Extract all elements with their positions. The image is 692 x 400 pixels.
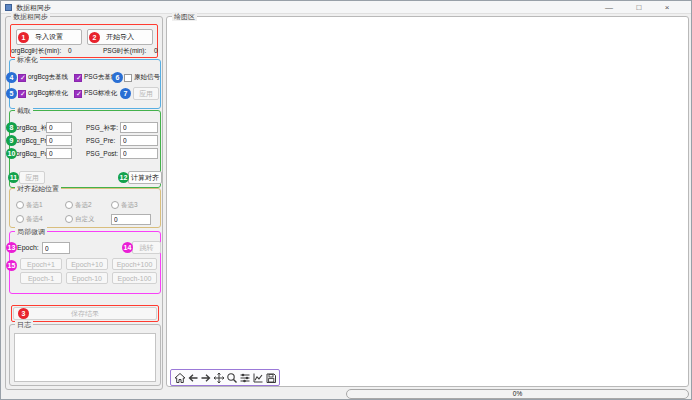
psg-detrend-checkbox[interactable] xyxy=(74,74,82,82)
normalization-title: 标准化 xyxy=(15,55,40,64)
step-badge-10: 10 xyxy=(6,148,17,159)
psg-standardize-label: PSG标准化 xyxy=(84,88,117,98)
save-figure-icon[interactable] xyxy=(265,372,277,384)
step-badge-11: 11 xyxy=(8,172,19,183)
epoch-plus-10-button[interactable]: Epoch+10 xyxy=(66,258,108,270)
option2-label: 备选2 xyxy=(75,200,92,210)
psg-standardize-checkbox[interactable] xyxy=(74,90,82,98)
step-badge-12: 12 xyxy=(118,172,129,183)
option4-label: 备选4 xyxy=(26,214,43,224)
align-start-title: 对齐起始位置 xyxy=(15,184,61,193)
subplots-config-icon[interactable] xyxy=(239,372,251,384)
epoch-minus-1-button[interactable]: Epoch-1 xyxy=(20,272,62,284)
normalization-group: 标准化 4 orgBcg去基线 PSG去基线 6 原始信号 5 orgBcg标准… xyxy=(9,59,161,109)
step-badge-2: 2 xyxy=(89,32,100,43)
orgbcg-duration-value: 0 xyxy=(68,46,72,56)
progress-bar: 0% xyxy=(346,389,689,399)
plot-toolbar xyxy=(170,369,280,386)
customize-plot-icon[interactable] xyxy=(252,372,264,384)
left-panel-group: 数据粗同步 导入设置 1 开始导入 2 orgBcg时长(min): 0 PSG… xyxy=(5,16,163,390)
step-badge-13: 13 xyxy=(6,242,17,253)
step-badge-14: 14 xyxy=(122,242,133,253)
orgbcg-detrend-label: orgBcg去基线 xyxy=(28,72,68,82)
option2-radio[interactable] xyxy=(65,201,73,209)
psg-pre-label: PSG_Pre: xyxy=(86,136,115,146)
step-badge-5: 5 xyxy=(6,88,17,99)
home-icon[interactable] xyxy=(174,372,186,384)
raw-signal-checkbox[interactable] xyxy=(124,74,132,82)
calc-align-button[interactable]: 计算对齐 xyxy=(128,171,162,184)
psg-pad-input[interactable] xyxy=(120,122,158,133)
option1-label: 备选1 xyxy=(26,200,43,210)
epoch-label: Epoch: xyxy=(17,243,39,253)
left-panel-title: 数据粗同步 xyxy=(11,12,50,21)
close-icon[interactable]: × xyxy=(655,1,679,14)
log-title: 日志 xyxy=(15,320,33,329)
title-bar: 数据粗同步 — □ × xyxy=(1,1,691,14)
save-box: 保存结果 3 xyxy=(11,305,159,322)
custom-radio[interactable] xyxy=(65,215,73,223)
zoom-icon[interactable] xyxy=(226,372,238,384)
step-badge-3: 3 xyxy=(18,308,29,319)
psg-post-input[interactable] xyxy=(120,148,158,159)
orgbcg-detrend-checkbox[interactable] xyxy=(18,74,26,82)
maximize-icon[interactable]: □ xyxy=(627,1,651,14)
orgbcg-pre-input[interactable] xyxy=(46,135,72,146)
orgbcg-standardize-label: orgBcg标准化 xyxy=(28,88,68,98)
plot-panel-title: 绘图区 xyxy=(172,12,197,21)
epoch-jump-button[interactable]: 跳转 xyxy=(132,241,161,254)
option1-radio[interactable] xyxy=(16,201,24,209)
orgbcg-post-input[interactable] xyxy=(46,148,72,159)
app-window: 数据粗同步 — □ × 数据粗同步 导入设置 1 开始导入 2 orgBcg时长… xyxy=(0,0,692,400)
normalization-apply-button[interactable]: 应用 xyxy=(133,87,159,100)
clip-title: 截取 xyxy=(15,106,33,115)
raw-signal-label: 原始信号 xyxy=(134,72,160,82)
psg-post-label: PSG_Post: xyxy=(86,149,118,159)
step-badge-9: 9 xyxy=(6,135,17,146)
app-icon xyxy=(5,4,12,11)
clip-apply-button[interactable]: 应用 xyxy=(19,171,45,184)
option3-radio[interactable] xyxy=(111,201,119,209)
plot-panel-group: 绘图区 xyxy=(166,16,689,387)
step-badge-7: 7 xyxy=(120,88,131,99)
psg-pre-input[interactable] xyxy=(120,135,158,146)
epoch-plus-100-button[interactable]: Epoch+100 xyxy=(112,258,157,270)
epoch-plus-1-button[interactable]: Epoch+1 xyxy=(20,258,62,270)
step-badge-1: 1 xyxy=(18,32,29,43)
align-start-group: 对齐起始位置 备选1 备选2 备选3 备选4 自定义 xyxy=(9,188,161,228)
option3-label: 备选3 xyxy=(121,200,138,210)
minimize-icon[interactable]: — xyxy=(597,1,621,14)
step-badge-8: 8 xyxy=(6,122,17,133)
custom-position-input[interactable] xyxy=(111,214,151,225)
plot-canvas[interactable] xyxy=(169,21,686,366)
pan-icon[interactable] xyxy=(213,372,225,384)
save-result-button[interactable]: 保存结果 xyxy=(13,307,157,320)
back-arrow-icon[interactable] xyxy=(187,372,199,384)
orgbcg-standardize-checkbox[interactable] xyxy=(18,90,26,98)
orgbcg-pad-input[interactable] xyxy=(46,122,72,133)
step-badge-6: 6 xyxy=(112,72,123,83)
log-group: 日志 xyxy=(9,324,161,386)
clip-group: 截取 8 orgBcg_补零: PSG_补零: 9 orgBcg_Pre: PS… xyxy=(9,110,161,188)
epoch-minus-100-button[interactable]: Epoch-100 xyxy=(112,272,157,284)
epoch-input[interactable] xyxy=(42,242,70,254)
option4-radio[interactable] xyxy=(16,215,24,223)
forward-arrow-icon[interactable] xyxy=(200,372,212,384)
epoch-minus-10-button[interactable]: Epoch-10 xyxy=(66,272,108,284)
psg-pad-label: PSG_补零: xyxy=(86,123,118,133)
step-badge-4: 4 xyxy=(6,72,17,83)
fine-tune-title: 局部微调 xyxy=(15,227,47,236)
psg-duration-label: PSG时长(min): xyxy=(103,46,146,56)
fine-tune-group: 局部微调 13 Epoch: 14 跳转 15 Epoch+1 Epoch+10… xyxy=(9,231,161,294)
log-textarea[interactable] xyxy=(14,333,156,382)
psg-duration-value: 0 xyxy=(154,46,158,56)
step-badge-15: 15 xyxy=(6,260,17,271)
custom-label: 自定义 xyxy=(75,214,95,224)
